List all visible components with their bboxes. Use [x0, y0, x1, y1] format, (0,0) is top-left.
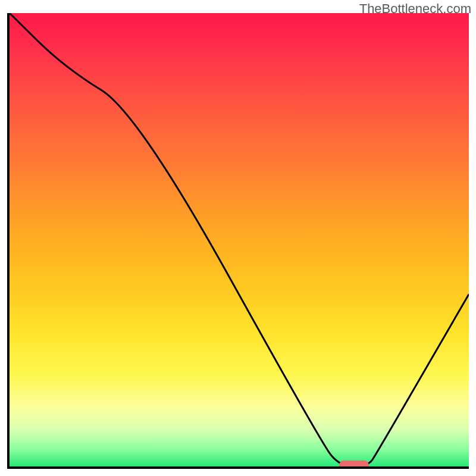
- bottleneck-curve: [10, 13, 469, 466]
- optimal-marker: [339, 461, 369, 469]
- watermark-text: TheBottleneck.com: [359, 1, 471, 17]
- chart-plot-area: [7, 13, 469, 469]
